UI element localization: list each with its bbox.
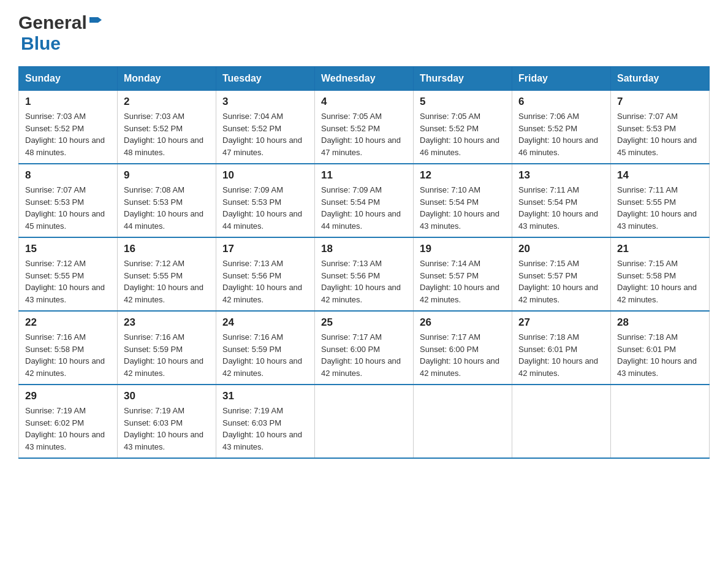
day-info: Sunrise: 7:16 AMSunset: 5:59 PMDaylight:… [222,331,308,379]
day-number: 13 [518,169,604,182]
calendar-cell: 25Sunrise: 7:17 AMSunset: 6:00 PMDayligh… [315,311,414,385]
day-info: Sunrise: 7:03 AMSunset: 5:52 PMDaylight:… [25,110,111,158]
calendar-cell: 6Sunrise: 7:06 AMSunset: 5:52 PMDaylight… [512,91,611,164]
day-info: Sunrise: 7:19 AMSunset: 6:02 PMDaylight:… [25,405,111,453]
day-number: 7 [617,96,703,108]
day-info: Sunrise: 7:04 AMSunset: 5:52 PMDaylight:… [222,110,308,158]
day-info: Sunrise: 7:05 AMSunset: 5:52 PMDaylight:… [321,110,407,158]
calendar-cell: 7Sunrise: 7:07 AMSunset: 5:53 PMDaylight… [611,91,710,164]
calendar-cell: 18Sunrise: 7:13 AMSunset: 5:56 PMDayligh… [315,237,414,311]
calendar-cell [315,385,414,458]
day-info: Sunrise: 7:09 AMSunset: 5:53 PMDaylight:… [222,184,308,232]
day-number: 1 [25,96,111,108]
calendar-cell: 26Sunrise: 7:17 AMSunset: 6:00 PMDayligh… [414,311,512,385]
day-number: 9 [124,169,210,182]
weekday-header-sunday: Sunday [19,67,118,91]
day-number: 11 [321,169,407,182]
day-number: 27 [518,316,604,329]
day-number: 24 [222,316,308,329]
calendar-cell: 8Sunrise: 7:07 AMSunset: 5:53 PMDaylight… [19,164,118,237]
day-info: Sunrise: 7:17 AMSunset: 6:00 PMDaylight:… [420,331,506,379]
day-number: 25 [321,316,407,329]
day-number: 21 [617,243,703,255]
day-info: Sunrise: 7:18 AMSunset: 6:01 PMDaylight:… [617,331,703,379]
calendar-cell: 13Sunrise: 7:11 AMSunset: 5:54 PMDayligh… [512,164,611,237]
calendar-cell: 21Sunrise: 7:15 AMSunset: 5:58 PMDayligh… [611,237,710,311]
day-info: Sunrise: 7:16 AMSunset: 5:59 PMDaylight:… [124,331,210,379]
day-info: Sunrise: 7:14 AMSunset: 5:57 PMDaylight:… [420,258,506,305]
day-number: 15 [25,243,111,255]
day-number: 31 [222,390,308,402]
weekday-header-friday: Friday [512,67,611,91]
calendar-week-row: 29Sunrise: 7:19 AMSunset: 6:02 PMDayligh… [19,385,710,458]
calendar-week-row: 15Sunrise: 7:12 AMSunset: 5:55 PMDayligh… [19,237,710,311]
calendar-cell: 28Sunrise: 7:18 AMSunset: 6:01 PMDayligh… [611,311,710,385]
day-number: 6 [518,96,604,108]
day-number: 16 [124,243,210,255]
day-number: 17 [222,243,308,255]
weekday-header-wednesday: Wednesday [315,67,414,91]
calendar-week-row: 8Sunrise: 7:07 AMSunset: 5:53 PMDaylight… [19,164,710,237]
calendar-cell: 29Sunrise: 7:19 AMSunset: 6:02 PMDayligh… [19,385,118,458]
day-info: Sunrise: 7:12 AMSunset: 5:55 PMDaylight:… [124,258,210,305]
calendar-cell [512,385,611,458]
day-info: Sunrise: 7:19 AMSunset: 6:03 PMDaylight:… [124,405,210,453]
day-info: Sunrise: 7:09 AMSunset: 5:54 PMDaylight:… [321,184,407,232]
day-number: 22 [25,316,111,329]
day-info: Sunrise: 7:17 AMSunset: 6:00 PMDaylight:… [321,331,407,379]
weekday-header-monday: Monday [118,67,216,91]
logo-blue: Blue [21,33,61,53]
calendar-cell: 20Sunrise: 7:15 AMSunset: 5:57 PMDayligh… [512,237,611,311]
day-info: Sunrise: 7:05 AMSunset: 5:52 PMDaylight:… [420,110,506,158]
logo-first-line: General [18,12,102,33]
calendar-cell [611,385,710,458]
calendar-cell: 31Sunrise: 7:19 AMSunset: 6:03 PMDayligh… [216,385,315,458]
day-info: Sunrise: 7:19 AMSunset: 6:03 PMDaylight:… [222,405,308,453]
day-info: Sunrise: 7:15 AMSunset: 5:57 PMDaylight:… [518,258,604,305]
day-info: Sunrise: 7:03 AMSunset: 5:52 PMDaylight:… [124,110,210,158]
day-info: Sunrise: 7:10 AMSunset: 5:54 PMDaylight:… [420,184,506,232]
calendar-cell: 9Sunrise: 7:08 AMSunset: 5:53 PMDaylight… [118,164,216,237]
calendar-cell: 23Sunrise: 7:16 AMSunset: 5:59 PMDayligh… [118,311,216,385]
day-number: 28 [617,316,703,329]
day-number: 20 [518,243,604,255]
day-info: Sunrise: 7:08 AMSunset: 5:53 PMDaylight:… [124,184,210,232]
day-number: 14 [617,169,703,182]
calendar-body: 1Sunrise: 7:03 AMSunset: 5:52 PMDaylight… [19,91,710,459]
calendar-week-row: 22Sunrise: 7:16 AMSunset: 5:58 PMDayligh… [19,311,710,385]
weekday-header-row: SundayMondayTuesdayWednesdayThursdayFrid… [19,67,710,91]
day-number: 23 [124,316,210,329]
day-number: 26 [420,316,506,329]
day-number: 2 [124,96,210,108]
day-info: Sunrise: 7:12 AMSunset: 5:55 PMDaylight:… [25,258,111,305]
day-number: 4 [321,96,407,108]
logo: General Blue [18,12,102,54]
calendar-cell: 11Sunrise: 7:09 AMSunset: 5:54 PMDayligh… [315,164,414,237]
day-info: Sunrise: 7:13 AMSunset: 5:56 PMDaylight:… [222,258,308,305]
day-number: 5 [420,96,506,108]
calendar-cell: 27Sunrise: 7:18 AMSunset: 6:01 PMDayligh… [512,311,611,385]
svg-marker-0 [89,17,98,23]
calendar-cell: 17Sunrise: 7:13 AMSunset: 5:56 PMDayligh… [216,237,315,311]
calendar-cell: 4Sunrise: 7:05 AMSunset: 5:52 PMDaylight… [315,91,414,164]
calendar-header: SundayMondayTuesdayWednesdayThursdayFrid… [19,67,710,91]
day-info: Sunrise: 7:13 AMSunset: 5:56 PMDaylight:… [321,258,407,305]
calendar-cell: 12Sunrise: 7:10 AMSunset: 5:54 PMDayligh… [414,164,512,237]
logo-flag-icon [88,16,102,29]
page-header: General Blue [18,12,710,54]
calendar-cell: 22Sunrise: 7:16 AMSunset: 5:58 PMDayligh… [19,311,118,385]
day-info: Sunrise: 7:15 AMSunset: 5:58 PMDaylight:… [617,258,703,305]
weekday-header-thursday: Thursday [414,67,512,91]
calendar-table: SundayMondayTuesdayWednesdayThursdayFrid… [18,66,710,459]
day-info: Sunrise: 7:07 AMSunset: 5:53 PMDaylight:… [617,110,703,158]
day-number: 18 [321,243,407,255]
logo-general: General [18,12,87,33]
calendar-cell [414,385,512,458]
logo-second-line: Blue [21,33,61,54]
day-number: 12 [420,169,506,182]
calendar-cell: 15Sunrise: 7:12 AMSunset: 5:55 PMDayligh… [19,237,118,311]
calendar-cell: 16Sunrise: 7:12 AMSunset: 5:55 PMDayligh… [118,237,216,311]
calendar-cell: 14Sunrise: 7:11 AMSunset: 5:55 PMDayligh… [611,164,710,237]
day-number: 30 [124,390,210,402]
day-info: Sunrise: 7:16 AMSunset: 5:58 PMDaylight:… [25,331,111,379]
